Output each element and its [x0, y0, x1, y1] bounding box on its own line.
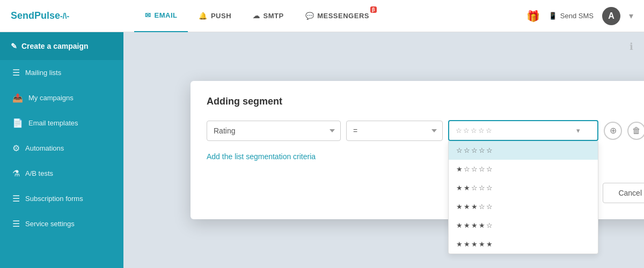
stars-option-3[interactable]: ★★★☆☆ [449, 197, 598, 216]
create-campaign-button[interactable]: ✎ Create a campaign [0, 32, 123, 60]
stars-4-label: ★★★★☆ [456, 221, 494, 229]
sidebar: ✎ Create a campaign ☰ Mailing lists 📤 My… [0, 32, 123, 268]
nav-item-email[interactable]: ✉ EMAIL [134, 0, 188, 32]
send-sms-button[interactable]: 📱 Send SMS [548, 12, 594, 20]
nav-item-messengers[interactable]: 💬 MESSENGERS β [295, 0, 380, 32]
nav-item-smtp[interactable]: ☁ SMTP [242, 0, 295, 32]
rating-select[interactable]: Rating [207, 121, 341, 141]
nav-item-push[interactable]: 🔔 PUSH [188, 0, 242, 32]
create-icon: ✎ [11, 42, 17, 50]
nav-items: ✉ EMAIL 🔔 PUSH ☁ SMTP 💬 MESSENGERS β [134, 0, 526, 32]
modal-header: Adding segment × [207, 96, 644, 107]
add-criteria-icon-button[interactable]: ⊕ [604, 122, 622, 140]
stars-option-5[interactable]: ★★★★★ [449, 235, 598, 254]
automations-icon: ⚙ [12, 143, 20, 153]
sidebar-label-ab-tests: A/B tests [25, 169, 53, 177]
sidebar-item-my-campaigns[interactable]: 📤 My campaigns [0, 85, 123, 110]
delete-criteria-icon-button[interactable]: 🗑 [627, 122, 644, 140]
operator-select[interactable]: = [346, 121, 443, 141]
templates-icon: 📄 [12, 118, 23, 128]
sidebar-label-subscription-forms: Subscription forms [25, 195, 83, 203]
stars-0-label: ☆☆☆☆☆ [456, 146, 494, 154]
stars-placeholder: ☆☆☆☆☆ [456, 126, 493, 135]
mailing-lists-icon: ☰ [12, 68, 20, 78]
beta-badge: β [370, 6, 377, 13]
sidebar-item-subscription-forms[interactable]: ☰ Subscription forms [0, 186, 123, 211]
gift-icon[interactable]: 🎁 [526, 10, 540, 23]
nav-label-messengers: MESSENGERS [317, 12, 369, 20]
top-navigation: SendPulse-/\- ✉ EMAIL 🔔 PUSH ☁ SMTP 💬 ME… [0, 0, 644, 32]
add-criteria-link[interactable]: Add the list segmentation criteria [207, 152, 316, 161]
stars-5-label: ★★★★★ [456, 240, 494, 248]
service-settings-icon: ☰ [12, 219, 20, 229]
stars-option-2[interactable]: ★★☆☆☆ [449, 178, 598, 197]
sidebar-item-email-templates[interactable]: 📄 Email templates [0, 110, 123, 136]
logo-symbol: -/\- [60, 12, 69, 20]
push-icon: 🔔 [199, 12, 208, 20]
send-sms-label: Send SMS [560, 12, 594, 20]
phone-icon: 📱 [548, 12, 557, 20]
create-campaign-label: Create a campaign [21, 42, 89, 50]
nav-label-push: PUSH [211, 12, 231, 20]
sidebar-label-my-campaigns: My campaigns [28, 94, 74, 102]
subscription-forms-icon: ☰ [12, 193, 20, 204]
nav-label-smtp: SMTP [264, 12, 284, 20]
logo-text: SendPulse [11, 10, 60, 21]
smtp-icon: ☁ [253, 12, 260, 20]
avatar[interactable]: A [602, 7, 620, 25]
sidebar-item-ab-tests[interactable]: ⚗ A/B tests [0, 161, 123, 186]
sidebar-item-automations[interactable]: ⚙ Automations [0, 136, 123, 161]
email-icon: ✉ [145, 11, 151, 19]
segment-criteria-row: Rating = ☆☆☆☆☆ ▾ ☆☆☆☆☆ [207, 120, 644, 141]
campaigns-icon: 📤 [12, 93, 23, 103]
sidebar-item-mailing-lists[interactable]: ☰ Mailing lists [0, 60, 123, 85]
avatar-chevron-icon[interactable]: ▾ [629, 11, 633, 21]
stars-3-label: ★★★☆☆ [456, 203, 494, 211]
avatar-letter: A [608, 11, 614, 21]
ab-tests-icon: ⚗ [12, 168, 20, 178]
sidebar-label-service-settings: Service settings [25, 220, 75, 228]
stars-2-label: ★★☆☆☆ [456, 184, 494, 192]
sidebar-label-email-templates: Email templates [28, 119, 78, 127]
modal-title: Adding segment [207, 96, 282, 107]
stars-dropdown-trigger[interactable]: ☆☆☆☆☆ ▾ [448, 120, 598, 141]
nav-right: 🎁 📱 Send SMS A ▾ [526, 7, 633, 25]
stars-option-0[interactable]: ☆☆☆☆☆ [449, 141, 598, 160]
stars-option-1[interactable]: ★☆☆☆☆ [449, 160, 598, 178]
sidebar-label-mailing-lists: Mailing lists [25, 69, 61, 77]
trash-icon: 🗑 [632, 126, 641, 136]
dropdown-chevron-icon: ▾ [576, 126, 580, 135]
main-layout: ✎ Create a campaign ☰ Mailing lists 📤 My… [0, 32, 644, 268]
stars-dropdown-list: ☆☆☆☆☆ ★☆☆☆☆ ★★☆☆☆ ★★★☆☆ ★★★★☆ [448, 141, 598, 254]
nav-label-email: EMAIL [155, 11, 178, 19]
stars-option-4[interactable]: ★★★★☆ [449, 216, 598, 235]
content-area: ℹ You do not have any saved segments Add… [123, 32, 644, 268]
stars-dropdown-container: ☆☆☆☆☆ ▾ ☆☆☆☆☆ ★☆☆☆☆ ★★☆☆☆ [448, 120, 598, 141]
adding-segment-modal: Adding segment × Rating = ☆☆☆☆☆ ▾ [191, 81, 644, 219]
sidebar-label-automations: Automations [25, 144, 64, 152]
stars-1-label: ★☆☆☆☆ [456, 165, 494, 173]
messengers-icon: 💬 [305, 12, 314, 20]
logo[interactable]: SendPulse-/\- [11, 10, 134, 21]
cancel-button[interactable]: Cancel [603, 183, 644, 203]
sidebar-item-service-settings[interactable]: ☰ Service settings [0, 211, 123, 236]
plus-circle-icon: ⊕ [610, 125, 617, 136]
